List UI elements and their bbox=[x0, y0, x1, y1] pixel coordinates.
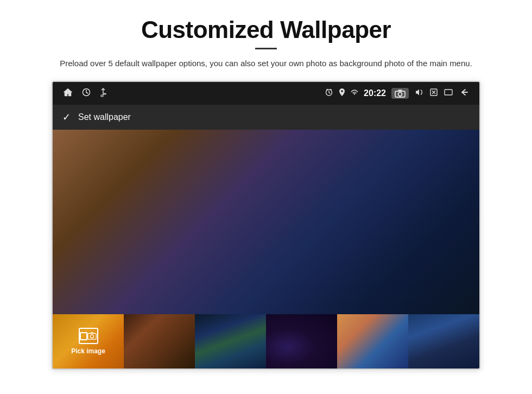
clock-icon bbox=[82, 88, 91, 99]
volume-icon bbox=[414, 88, 424, 99]
svg-rect-18 bbox=[445, 90, 452, 95]
thumbnail-strip: Pick image bbox=[53, 314, 479, 368]
page-subtitle: Preload over 5 default wallpaper options… bbox=[60, 57, 472, 70]
thumbnail-3[interactable] bbox=[195, 314, 266, 368]
svg-rect-19 bbox=[88, 333, 97, 339]
thumbnail-5[interactable] bbox=[337, 314, 408, 368]
usb-icon bbox=[99, 87, 107, 99]
svg-line-2 bbox=[86, 93, 88, 94]
action-bar: ✓ Set wallpaper bbox=[53, 105, 479, 130]
back-icon[interactable] bbox=[459, 88, 470, 99]
status-bar: 20:22 bbox=[53, 82, 479, 105]
pick-image-thumb[interactable]: Pick image bbox=[53, 314, 124, 368]
home-icon[interactable] bbox=[62, 87, 73, 99]
svg-point-20 bbox=[91, 335, 94, 338]
thumbnail-4[interactable] bbox=[266, 314, 337, 368]
status-left bbox=[62, 87, 107, 99]
check-icon: ✓ bbox=[62, 111, 71, 123]
wallpaper-preview bbox=[53, 130, 479, 314]
page-title: Customized Wallpaper bbox=[141, 16, 391, 43]
thumbnail-6[interactable] bbox=[408, 314, 479, 368]
device-screenshot: 20:22 bbox=[52, 81, 480, 370]
location-icon bbox=[339, 88, 345, 99]
alarm-icon bbox=[325, 88, 333, 99]
svg-point-12 bbox=[341, 90, 343, 92]
page-container: Customized Wallpaper Preload over 5 defa… bbox=[0, 0, 532, 394]
title-divider bbox=[255, 48, 277, 49]
status-right: 20:22 bbox=[325, 88, 470, 99]
svg-rect-4 bbox=[101, 95, 103, 97]
svg-line-9 bbox=[329, 93, 330, 94]
set-wallpaper-label: Set wallpaper bbox=[78, 112, 131, 122]
close-x-icon[interactable] bbox=[429, 88, 438, 99]
camera-button[interactable] bbox=[391, 88, 409, 99]
signal-icon bbox=[351, 88, 358, 98]
status-time: 20:22 bbox=[364, 88, 386, 98]
pick-image-icon bbox=[79, 328, 98, 344]
thumbnail-2[interactable] bbox=[124, 314, 195, 368]
svg-point-14 bbox=[398, 92, 402, 96]
pick-image-label: Pick image bbox=[71, 347, 105, 355]
window-icon[interactable] bbox=[444, 88, 453, 98]
